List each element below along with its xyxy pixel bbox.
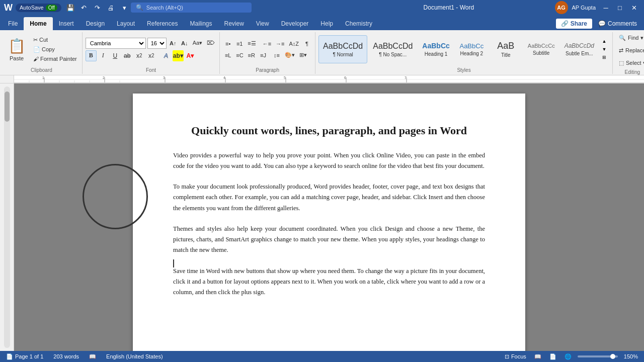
focus-button[interactable]: ⊡ Focus	[503, 353, 528, 360]
word-logo-icon: W	[4, 3, 13, 13]
copy-button[interactable]: 📄 Copy	[31, 45, 79, 54]
decrease-font-button[interactable]: A↓	[180, 38, 190, 48]
multilevel-list-button[interactable]: ≡☰	[246, 39, 257, 49]
font-group: Cambria 16 A↑ A↓ Aa▾ ⌦ B I U ab x2 x2	[84, 32, 220, 74]
select-icon: ⬚	[619, 60, 624, 66]
customize-icon[interactable]: ▾	[119, 2, 131, 14]
proofing-icon[interactable]: 📖	[87, 353, 98, 360]
style-heading1[interactable]: AaBbCc Heading 1	[418, 35, 453, 63]
tab-mailings[interactable]: Mailings	[184, 17, 218, 30]
decrease-indent-button[interactable]: ←≡	[261, 39, 273, 49]
paragraph-2: To make your document look professionall…	[173, 182, 485, 214]
bold-button[interactable]: B	[86, 50, 97, 61]
font-color-button[interactable]: A▾	[185, 50, 196, 61]
find-button[interactable]: 🔍 Find ▾	[616, 32, 644, 43]
tab-layout[interactable]: Layout	[111, 17, 141, 30]
clear-format-button[interactable]: ⌦	[205, 38, 216, 48]
share-button[interactable]: 🔗 Share	[556, 19, 592, 29]
shading-button[interactable]: 🎨▾	[283, 50, 296, 60]
align-right-button[interactable]: ≡R	[247, 50, 257, 60]
styles-scroll-up[interactable]: ▲	[600, 38, 608, 45]
style-no-space[interactable]: AaBbCcDd ¶ No Spac...	[369, 35, 417, 63]
style-subtitle[interactable]: AaBbCcCc Subtitle	[524, 35, 559, 63]
svg-text:7: 7	[405, 76, 407, 79]
print-layout-button[interactable]: 📄	[547, 353, 558, 360]
show-formatting-button[interactable]: ¶	[302, 39, 312, 49]
para-row-1: ≡• ≡1 ≡☰ ←≡ →≡ A↕Z ¶	[223, 39, 312, 49]
tab-design[interactable]: Design	[80, 17, 111, 30]
search-bar[interactable]: 🔍 Search (Alt+Q)	[131, 3, 252, 13]
align-center-button[interactable]: ≡C	[234, 50, 245, 60]
underline-button[interactable]: U	[110, 50, 121, 61]
style-normal[interactable]: AaBbCcDd ¶ Normal	[318, 35, 367, 63]
clipboard-buttons: 📋 Paste ✂ Cut 📄 Copy 🖌 Format Painter	[4, 34, 79, 64]
sort-button[interactable]: A↕Z	[287, 39, 300, 49]
read-mode-button[interactable]: 📖	[532, 353, 543, 360]
italic-button[interactable]: I	[98, 50, 109, 61]
zoom-level[interactable]: 150%	[622, 353, 640, 359]
styles-scroll-down[interactable]: ▼	[600, 46, 608, 53]
bullets-button[interactable]: ≡•	[223, 39, 233, 49]
word-count[interactable]: 203 words	[51, 353, 81, 359]
justify-button[interactable]: ≡J	[258, 50, 268, 60]
tab-insert[interactable]: Insert	[53, 17, 80, 30]
superscript-button[interactable]: x2	[146, 50, 157, 61]
svg-rect-0	[14, 75, 644, 83]
language[interactable]: English (United States)	[104, 353, 165, 359]
text-effects-button[interactable]: A	[160, 50, 172, 61]
increase-indent-button[interactable]: →≡	[274, 39, 286, 49]
tab-references[interactable]: References	[141, 17, 184, 30]
strikethrough-button[interactable]: ab	[122, 50, 133, 61]
line-spacing-button[interactable]: ↕≡	[272, 50, 282, 60]
save-icon[interactable]: 💾	[64, 2, 76, 14]
numbering-button[interactable]: ≡1	[234, 39, 245, 49]
document-area[interactable]: Quickly count words, lines, paragraph, a…	[14, 83, 644, 351]
clipboard-label: Clipboard	[4, 66, 79, 74]
ruler-side	[0, 75, 14, 83]
comments-button[interactable]: 💬 Comments	[593, 19, 642, 29]
align-left-button[interactable]: ≡L	[223, 50, 233, 60]
close-button[interactable]: ✕	[628, 2, 640, 14]
tab-help[interactable]: Help	[314, 17, 339, 30]
font-size-select[interactable]: 16	[147, 38, 167, 49]
tab-chemistry[interactable]: Chemistry	[339, 17, 378, 30]
restore-button[interactable]: □	[614, 2, 626, 14]
page-info[interactable]: 📄 Page 1 of 1	[4, 353, 45, 360]
cut-button[interactable]: ✂ Cut	[31, 35, 79, 44]
vertical-scrollbar-thumb[interactable]	[5, 92, 10, 122]
vertical-scrollbar-track[interactable]	[4, 86, 10, 348]
tab-file[interactable]: File	[2, 17, 24, 30]
styles-expand[interactable]: ⊞	[600, 54, 608, 61]
borders-button[interactable]: ⊞▾	[298, 50, 308, 60]
style-title[interactable]: AaB Title	[490, 35, 522, 63]
tab-review[interactable]: Review	[218, 17, 250, 30]
titlebar-right: AG AP Gupta ─ □ ✕	[555, 1, 640, 14]
zoom-slider[interactable]	[578, 355, 618, 357]
web-layout-button[interactable]: 🌐	[562, 353, 574, 360]
font-name-select[interactable]: Cambria	[86, 38, 146, 49]
ribbon-toolbar: 📋 Paste ✂ Cut 📄 Copy 🖌 Format Painter	[0, 30, 644, 75]
minimize-button[interactable]: ─	[600, 2, 612, 14]
doc-filename: Document1 - Word	[343, 4, 554, 11]
style-heading2[interactable]: AaBbCc Heading 2	[455, 35, 488, 63]
paste-button[interactable]: 📋 Paste	[4, 34, 29, 64]
subscript-button[interactable]: x2	[134, 50, 145, 61]
undo-icon[interactable]: ↶	[78, 2, 90, 14]
left-scrollbar	[0, 83, 14, 351]
user-avatar[interactable]: AG	[555, 1, 568, 14]
autosave-badge[interactable]: AutoSave Off	[16, 4, 61, 12]
select-button[interactable]: ⬚ Select ▾	[616, 57, 644, 68]
tab-home[interactable]: Home	[24, 17, 52, 30]
zoom-thumb[interactable]	[610, 354, 615, 359]
tab-developer[interactable]: Developer	[275, 17, 315, 30]
tab-view[interactable]: View	[250, 17, 275, 30]
change-case-button[interactable]: Aa▾	[191, 38, 204, 48]
increase-font-button[interactable]: A↑	[168, 38, 178, 48]
replace-button[interactable]: ⇄ Replace	[616, 45, 644, 56]
quick-print-icon[interactable]: 🖨	[105, 2, 117, 14]
format-painter-button[interactable]: 🖌 Format Painter	[31, 54, 79, 63]
text-highlight-button[interactable]: ab▾	[173, 50, 184, 61]
redo-icon[interactable]: ↷	[92, 2, 104, 14]
style-subtle-em[interactable]: AaBbCcDd Subtle Em...	[560, 35, 598, 63]
autosave-toggle[interactable]: Off	[46, 5, 57, 11]
